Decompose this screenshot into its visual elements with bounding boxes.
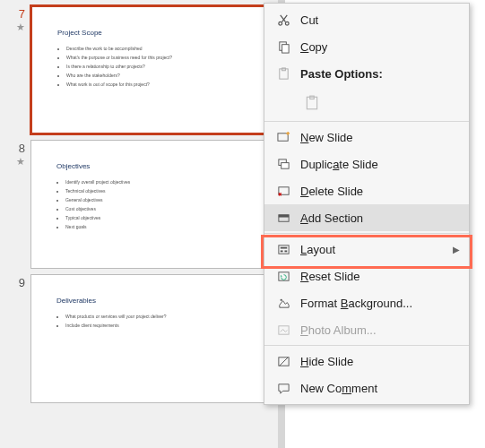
svg-rect-14 bbox=[278, 245, 288, 253]
layout-icon bbox=[273, 243, 293, 256]
slide-number: 9 bbox=[19, 276, 25, 289]
photo-album-icon bbox=[273, 323, 293, 337]
menu-label: Duplicate Slide bbox=[300, 158, 378, 171]
menu-label: Add Section bbox=[300, 211, 363, 225]
menu-new-slide[interactable]: New Slide bbox=[264, 124, 469, 151]
thumbnail-slide[interactable]: Deliverables What products or services w… bbox=[30, 274, 274, 403]
scissors-icon bbox=[273, 13, 293, 27]
menu-label: New Slide bbox=[300, 131, 353, 144]
svg-rect-3 bbox=[281, 44, 289, 52]
menu-layout[interactable]: Layout ▶ bbox=[264, 236, 469, 263]
menu-separator bbox=[264, 121, 469, 122]
slide-thumb-9[interactable]: 9 Deliverables What products or services… bbox=[4, 274, 274, 403]
hide-slide-icon bbox=[273, 355, 293, 368]
svg-rect-17 bbox=[284, 250, 287, 252]
reset-slide-icon bbox=[273, 270, 293, 283]
svg-rect-10 bbox=[281, 162, 288, 168]
delete-slide-icon bbox=[273, 185, 293, 198]
menu-delete-slide[interactable]: Delete Slide bbox=[264, 177, 469, 204]
svg-rect-15 bbox=[280, 246, 287, 248]
format-background-icon bbox=[273, 297, 293, 310]
menu-duplicate-slide[interactable]: Duplicate Slide bbox=[264, 151, 469, 177]
comment-icon bbox=[273, 382, 293, 395]
thumb-bullets: What products or services will your proj… bbox=[56, 314, 248, 329]
thumb-bullets: Identify overall project objectives Tech… bbox=[56, 179, 248, 230]
copy-icon bbox=[273, 40, 293, 54]
slide-thumbnail-panel: 7 ★ Project Scope Describe the work to b… bbox=[0, 0, 278, 448]
slide-number: 7 bbox=[19, 7, 25, 21]
menu-hide-slide[interactable]: Hide Slide bbox=[264, 348, 469, 375]
menu-label: Layout bbox=[300, 243, 335, 256]
menu-new-comment[interactable]: New Comment bbox=[264, 375, 469, 401]
menu-label: Reset Slide bbox=[300, 270, 359, 283]
menu-label: Cut bbox=[300, 13, 318, 27]
thumb-title: Deliverables bbox=[56, 297, 248, 305]
menu-copy[interactable]: Copy bbox=[264, 33, 469, 60]
menu-cut[interactable]: Cut bbox=[264, 6, 469, 33]
menu-format-background[interactable]: Format Background... bbox=[264, 289, 469, 316]
thumb-bullets: Describe the work to be accomplished Wha… bbox=[57, 46, 247, 88]
new-slide-icon bbox=[273, 131, 293, 144]
menu-label: New Comment bbox=[300, 382, 377, 395]
thumb-title: Project Scope bbox=[57, 29, 247, 37]
menu-label: Photo Album... bbox=[300, 323, 377, 337]
menu-add-section[interactable]: Add Section bbox=[264, 204, 469, 231]
menu-label: Delete Slide bbox=[300, 185, 363, 198]
menu-reset-slide[interactable]: Reset Slide bbox=[264, 263, 469, 289]
svg-point-0 bbox=[278, 22, 281, 25]
clipboard-icon bbox=[273, 67, 293, 81]
menu-photo-album: Photo Album... bbox=[264, 316, 469, 343]
svg-rect-13 bbox=[278, 214, 288, 217]
menu-label: Hide Slide bbox=[300, 355, 353, 368]
menu-label: Copy bbox=[300, 40, 327, 54]
menu-separator bbox=[264, 345, 469, 346]
svg-rect-16 bbox=[280, 250, 282, 252]
menu-label: Format Background... bbox=[300, 297, 412, 310]
add-section-icon bbox=[273, 211, 293, 225]
slide-thumb-7[interactable]: 7 ★ Project Scope Describe the work to b… bbox=[4, 5, 274, 134]
animation-star-icon: ★ bbox=[16, 157, 25, 167]
slide-thumb-8[interactable]: 8 ★ Objectives Identify overall project … bbox=[4, 140, 274, 269]
paste-options-row bbox=[264, 87, 469, 119]
paste-option-button bbox=[300, 91, 324, 115]
thumb-title: Objectives bbox=[56, 162, 248, 170]
menu-paste-options-header: Paste Options: bbox=[264, 60, 469, 87]
thumbnail-slide[interactable]: Project Scope Describe the work to be ac… bbox=[30, 5, 274, 134]
slide-number: 8 bbox=[19, 142, 25, 155]
context-menu: Cut Copy Paste Options: New Slide Duplic… bbox=[264, 3, 470, 405]
svg-rect-8 bbox=[277, 133, 287, 140]
svg-point-19 bbox=[280, 298, 281, 300]
animation-star-icon: ★ bbox=[16, 22, 25, 32]
submenu-arrow-icon: ▶ bbox=[453, 245, 460, 254]
duplicate-slide-icon bbox=[273, 158, 293, 171]
thumbnail-slide[interactable]: Objectives Identify overall project obje… bbox=[30, 140, 274, 269]
svg-point-1 bbox=[285, 22, 289, 25]
menu-separator bbox=[264, 233, 469, 234]
